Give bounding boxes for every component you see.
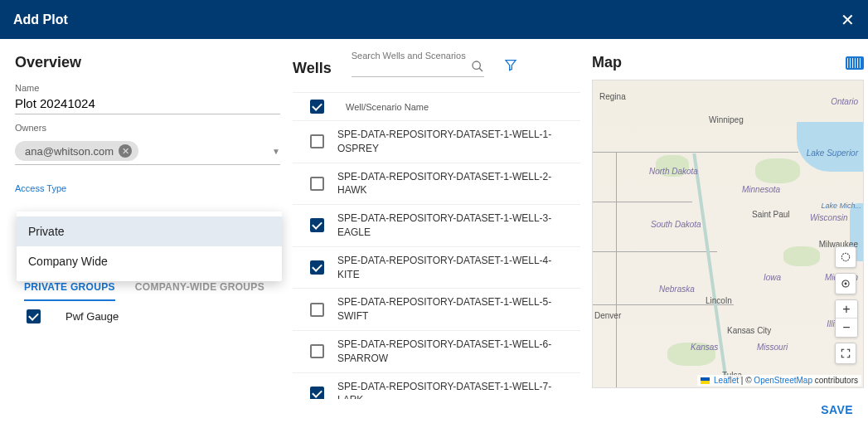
wells-search-input[interactable] [352,61,484,77]
search-label: Search Wells and Scenarios [352,51,484,61]
map-region-missouri: Missouri [757,343,788,352]
groups-tabs: PRIVATE GROUPS COMPANY-WIDE GROUPS [24,281,264,301]
well-name: SPE-DATA-REPOSITORY-DATASET-1-WELL-7-LAR… [337,380,569,399]
map-lake-michigan: Lake Mich... [821,202,861,210]
map-region-minnesota: Minnesota [742,185,780,194]
access-option-private[interactable]: Private [17,216,282,246]
group-pwf-checkbox[interactable] [27,309,41,323]
map-region-wisconsin: Wisconsin [810,213,847,222]
well-row: SPE-DATA-REPOSITORY-DATASET-1-WELL-2-HAW… [293,163,580,206]
wells-panel: Wells Search Wells and Scenarios Well/Sc… [292,39,580,399]
group-list-item: Pwf Gauge [27,309,119,323]
dialog-header: Add Plot ✕ [0,0,868,39]
osm-link[interactable]: OpenStreetMap [754,376,812,385]
map-zoom-out[interactable]: − [836,319,857,337]
map-city-denver: Denver [594,311,621,320]
remove-owner-icon[interactable]: ✕ [119,144,132,158]
map-zoom-in[interactable]: + [836,300,857,319]
map-region-ontario: Ontario [831,97,858,106]
well-row: SPE-DATA-REPOSITORY-DATASET-1-WELL-7-LAR… [293,373,580,399]
well-row: SPE-DATA-REPOSITORY-DATASET-1-WELL-3-EAG… [293,205,580,247]
well-checkbox[interactable] [310,134,324,148]
map-fullscreen[interactable] [835,343,856,364]
close-icon[interactable]: ✕ [841,10,855,30]
well-row: SPE-DATA-REPOSITORY-DATASET-1-WELL-6-SPA… [293,331,580,373]
well-name: SPE-DATA-REPOSITORY-DATASET-1-WELL-6-SPA… [337,338,569,366]
access-option-company-wide[interactable]: Company Wide [17,246,282,276]
map-region-north-dakota: North Dakota [649,167,698,176]
well-row: SPE-DATA-REPOSITORY-DATASET-1-WELL-1-OSP… [293,121,580,163]
owners-label: Owners [15,123,280,133]
ukraine-flag-icon [701,377,710,384]
map-city-kansas-city: Kansas City [727,326,771,335]
chevron-down-icon[interactable]: ▼ [272,147,280,156]
map-attribution: Leaflet | © OpenStreetMap contributors [697,375,861,386]
wells-list-header: Well/Scenario Name [293,93,580,121]
dialog-title: Add Plot [13,12,68,27]
well-row: SPE-DATA-REPOSITORY-DATASET-1-WELL-5-SWI… [293,289,580,331]
map-panel: Map Regina Winnipeg Ontario [580,39,868,399]
well-checkbox[interactable] [310,344,324,358]
owner-chip: ana@whitson.com ✕ [15,141,138,161]
wells-list[interactable]: Well/Scenario Name SPE-DATA-REPOSITORY-D… [293,92,580,399]
map-controls: + − [835,246,858,364]
wells-select-all-checkbox[interactable] [310,100,324,114]
svg-point-0 [473,61,480,69]
wells-title: Wells [293,56,332,77]
map-region-nebraska: Nebraska [659,285,695,294]
plot-name-input[interactable] [15,95,280,114]
well-checkbox[interactable] [310,218,324,232]
map-city-saint-paul: Saint Paul [752,210,790,219]
access-type-dropdown: Private Company Wide [17,212,282,281]
overview-title: Overview [15,54,280,71]
svg-line-1 [479,68,482,71]
well-name: SPE-DATA-REPOSITORY-DATASET-1-WELL-4-KIT… [337,254,569,282]
owners-select[interactable]: ana@whitson.com ✕ ▼ [15,141,280,165]
well-checkbox[interactable] [310,177,324,191]
well-checkbox[interactable] [310,387,324,399]
well-name: SPE-DATA-REPOSITORY-DATASET-1-WELL-2-HAW… [337,170,569,198]
overview-panel: Overview Name Owners ana@whitson.com ✕ ▼… [0,39,292,399]
filter-icon[interactable] [504,58,517,74]
tab-company-wide-groups[interactable]: COMPANY-WIDE GROUPS [135,281,264,301]
map-title: Map [592,54,622,71]
tab-private-groups[interactable]: PRIVATE GROUPS [24,281,115,301]
map-canvas[interactable]: Regina Winnipeg Ontario North Dakota Min… [592,80,864,388]
name-label: Name [15,83,280,93]
map-city-regina: Regina [599,92,626,101]
well-checkbox[interactable] [310,260,324,275]
map-city-winnipeg: Winnipeg [709,115,744,124]
wells-column-header: Well/Scenario Name [337,102,577,112]
leaflet-link[interactable]: Leaflet [714,376,739,385]
well-checkbox[interactable] [310,303,324,317]
well-name: SPE-DATA-REPOSITORY-DATASET-1-WELL-3-EAG… [337,212,569,240]
keyboard-icon[interactable] [846,56,864,70]
save-button[interactable]: SAVE [817,396,856,423]
map-region-iowa: Iowa [764,273,781,282]
well-row: SPE-DATA-REPOSITORY-DATASET-1-WELL-4-KIT… [293,247,580,289]
well-name: SPE-DATA-REPOSITORY-DATASET-1-WELL-1-OSP… [337,128,569,156]
map-region-south-dakota: South Dakota [651,220,701,229]
well-name: SPE-DATA-REPOSITORY-DATASET-1-WELL-5-SWI… [337,295,569,323]
search-icon[interactable] [471,60,484,75]
svg-marker-2 [506,61,516,71]
map-city-lincoln: Lincoln [706,296,732,305]
map-select-tool[interactable] [835,246,856,268]
map-lasso-tool[interactable] [835,273,856,294]
owner-chip-text: ana@whitson.com [25,145,114,158]
map-lake-superior: Lake Superior [807,148,858,158]
group-pwf-label: Pwf Gauge [65,310,119,323]
map-region-kansas: Kansas [691,343,718,352]
svg-point-3 [841,253,849,260]
svg-point-5 [845,283,846,285]
access-type-label: Access Type [15,183,280,193]
